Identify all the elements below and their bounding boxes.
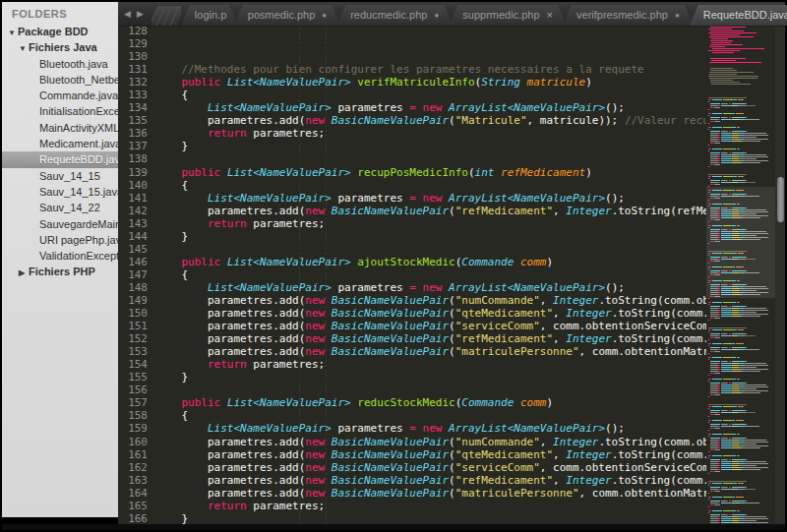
modified-dot-icon: ●: [322, 5, 327, 26]
tab-nav-left-icon[interactable]: ◀: [124, 9, 131, 19]
tab-label: posmedic.php: [248, 5, 316, 26]
code-text: List<NameValuePair> parametres = new Arr…: [155, 192, 625, 205]
line-number: 148: [122, 281, 148, 294]
scrollbar-track[interactable]: [775, 27, 785, 524]
code-line: 156: [118, 384, 706, 396]
code-line: 150 parametres.add(new BasicNameValuePai…: [118, 307, 706, 320]
line-number: 156: [122, 384, 148, 396]
code-text: //Methodes pour bien configurer les para…: [155, 63, 644, 76]
code-text: parametres.add(new BasicNameValuePair("r…: [155, 332, 706, 345]
code-text: }: [155, 230, 188, 243]
tree-item-label: Bluetooth.java: [39, 58, 108, 70]
tree-file-bluetooth-java[interactable]: Bluetooth.java: [2, 56, 118, 72]
tab-posmedic-php[interactable]: posmedic.php●: [234, 5, 340, 26]
code-text: parametres.add(new BasicNameValuePair("M…: [155, 114, 706, 127]
tree-folder-fichiers-java[interactable]: ▼Fichiers Java: [2, 39, 118, 55]
line-number: 158: [122, 409, 148, 422]
tab-nav: ◀ ▶: [118, 1, 151, 26]
tab-label: supprmedic.php: [462, 5, 539, 26]
tree-item-label: Sauv_14_22: [39, 202, 100, 213]
code-text: parametres.add(new BasicNameValuePair("r…: [155, 205, 706, 217]
code-line: 140 {: [118, 179, 706, 192]
collapsed-tabs-stack: [151, 4, 181, 26]
code-text: }: [155, 371, 188, 384]
code-line: 159 List<NameValuePair> parametres = new…: [118, 422, 706, 435]
minimap-viewport[interactable]: [706, 187, 775, 298]
line-number: 161: [122, 448, 148, 461]
tree-folder-package-bdd[interactable]: ▼Package BDD: [2, 24, 118, 39]
code-text: parametres.add(new BasicNameValuePair("q…: [155, 448, 706, 461]
code-line: 142 parametres.add(new BasicNameValuePai…: [118, 205, 706, 217]
minimap[interactable]: [706, 27, 775, 524]
code-area[interactable]: 128129130131 //Methodes pour bien config…: [118, 27, 706, 524]
code-text: public List<NameValuePair> verifMatricul…: [155, 76, 592, 89]
code-line: 163 parametres.add(new BasicNameValuePai…: [118, 474, 706, 487]
line-number: 140: [122, 179, 148, 192]
code-line: 164 parametres.add(new BasicNameValuePai…: [118, 487, 706, 500]
tree-item-label: Bluetooth_Netbea: [39, 74, 118, 86]
tree-item-label: ValidationExceptio: [39, 250, 118, 262]
tree-file-sauv-14-15[interactable]: Sauv_14_15: [2, 168, 118, 184]
tab-close-icon[interactable]: ×: [547, 5, 553, 26]
code-line: 154 return parametres;: [118, 358, 706, 371]
folder-collapsed-icon[interactable]: ▶: [19, 266, 29, 279]
file-tree: ▼Package BDD▼Fichiers JavaBluetooth.java…: [2, 24, 118, 280]
tree-folder-fichiers-php[interactable]: ▶Fichiers PHP: [2, 264, 118, 279]
tree-item-label: Package BDD: [18, 26, 89, 37]
code-line: 152 parametres.add(new BasicNameValuePai…: [118, 332, 706, 345]
code-line: 143 return parametres;: [118, 217, 706, 230]
code-line: 134 List<NameValuePair> parametres = new…: [118, 101, 706, 114]
code-line: 157 public List<NameValuePair> reducStoc…: [118, 396, 706, 409]
line-number: 143: [122, 217, 148, 230]
code-line: 139 public List<NameValuePair> recupPosM…: [118, 166, 706, 179]
tab-supprmedic-php[interactable]: supprmedic.php×: [449, 5, 567, 26]
line-number: 153: [122, 345, 148, 358]
code-line: 138: [118, 152, 706, 165]
code-line: 129: [118, 37, 706, 50]
modified-dot-icon: ●: [434, 5, 439, 26]
line-number: 157: [122, 396, 148, 409]
code-line: 153 parametres.add(new BasicNameValuePai…: [118, 345, 706, 358]
code-text: {: [155, 89, 188, 101]
tree-file-sauv-14-15-java[interactable]: Sauv_14_15.java: [2, 184, 118, 200]
scrollbar-thumb[interactable]: [777, 177, 784, 222]
line-number: 152: [122, 332, 148, 345]
tree-item-label: Sauv_14_15.java: [39, 186, 118, 198]
tab-nav-right-icon[interactable]: ▶: [137, 9, 144, 19]
tree-file-medicament-java[interactable]: Medicament.java: [2, 136, 118, 151]
tree-file-sauvegardemaina[interactable]: SauvegardeMainA: [2, 216, 118, 232]
tree-item-label: SauvegardeMainA: [39, 218, 118, 230]
tree-file-mainactivityxml-x[interactable]: MainActivityXML.x: [2, 120, 118, 136]
line-number: 129: [122, 37, 148, 50]
line-number: 146: [122, 256, 148, 268]
tab-login-p[interactable]: login.p: [181, 5, 238, 26]
code-text: parametres.add(new BasicNameValuePair("q…: [155, 307, 706, 320]
tab-verifpresmedic-php[interactable]: verifpresmedic.php●: [563, 5, 694, 26]
code-line: 149 parametres.add(new BasicNameValuePai…: [118, 294, 706, 307]
tree-file-sauv-14-22[interactable]: Sauv_14_22: [2, 200, 118, 215]
tree-file-bluetooth-netbea[interactable]: Bluetooth_Netbea: [2, 72, 118, 88]
line-number: 130: [122, 50, 148, 63]
code-line: 162 parametres.add(new BasicNameValuePai…: [118, 461, 706, 474]
tree-file-uri-pagephp-java[interactable]: URI pagePhp.java: [2, 232, 118, 248]
folder-expanded-icon[interactable]: ▼: [8, 26, 18, 39]
line-number: 139: [122, 166, 148, 179]
tree-file-requetebdd-java[interactable]: RequeteBDD.java: [2, 151, 118, 167]
folder-expanded-icon[interactable]: ▼: [19, 41, 29, 55]
line-number: 141: [122, 192, 148, 205]
code-line: 146 public List<NameValuePair> ajoutStoc…: [118, 256, 706, 268]
tree-file-commande-java[interactable]: Commande.java: [2, 88, 118, 103]
code-text: parametres.add(new BasicNameValuePair("n…: [155, 294, 706, 307]
line-number: 131: [122, 63, 148, 76]
code-text: {: [155, 179, 188, 192]
tab-requetebdd-java[interactable]: RequeteBDD.java●: [690, 5, 787, 26]
code-line: 155 }: [118, 371, 706, 384]
tree-file-validationexceptio[interactable]: ValidationExceptio: [2, 248, 118, 264]
code-text: parametres.add(new BasicNameValuePair("m…: [155, 487, 706, 500]
line-number: 164: [122, 487, 148, 500]
tree-file-initialisationexcep[interactable]: InitialisationExcep: [2, 103, 118, 119]
tree-item-label: URI pagePhp.java: [39, 234, 118, 246]
code-line: 166 }: [118, 512, 706, 524]
tab-reducmedic-php[interactable]: reducmedic.php●: [336, 5, 453, 26]
code-line: 133 {: [118, 89, 706, 101]
